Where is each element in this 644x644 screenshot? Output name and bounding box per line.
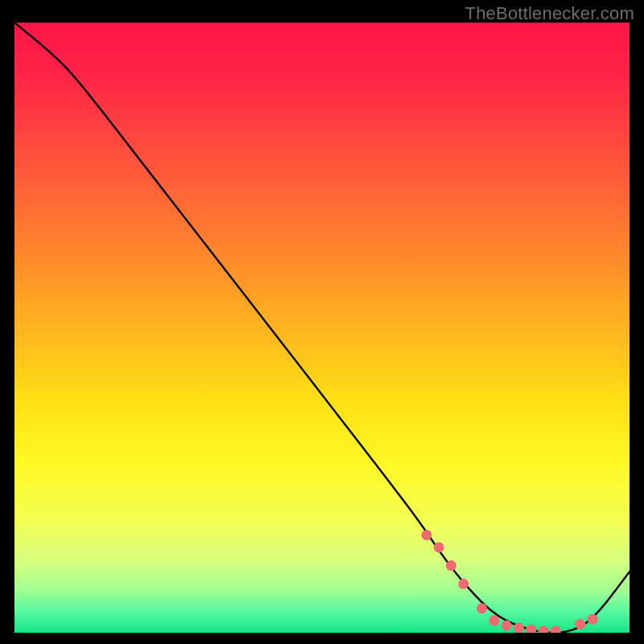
marker-dot	[446, 560, 456, 571]
marker-dot	[489, 615, 499, 625]
marker-dot	[458, 579, 469, 589]
marker-dot	[575, 619, 585, 630]
watermark-label: TheBottlenecker.com	[465, 3, 634, 24]
marker-dot	[477, 603, 487, 613]
gradient-background	[14, 23, 630, 633]
marker-dot	[421, 530, 431, 540]
chart-frame: TheBottlenecker.com	[0, 0, 644, 644]
chart-svg	[14, 23, 630, 633]
marker-dot	[502, 620, 512, 630]
plot-area	[14, 23, 630, 633]
marker-dot	[514, 622, 524, 633]
marker-dot	[434, 542, 444, 552]
marker-dot	[588, 614, 598, 625]
